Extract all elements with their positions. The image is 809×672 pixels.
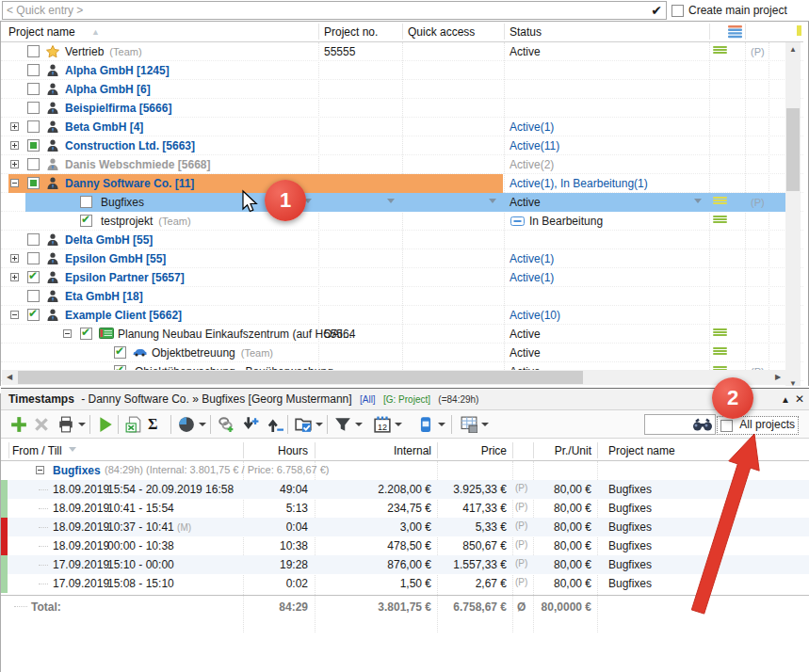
collapse-group-icon[interactable] (36, 466, 44, 474)
column-header-project-name[interactable]: Project name (8, 25, 75, 39)
pie-menu-caret-icon[interactable] (199, 423, 206, 426)
delete-icon[interactable] (33, 416, 50, 433)
search-input[interactable] (644, 414, 716, 435)
scroll-right-icon[interactable]: ▶ (770, 370, 785, 385)
table-row[interactable]: Danny Software Co. [11]Active(1), In Bea… (1, 174, 803, 193)
scroll-up-icon[interactable]: ▲ (785, 42, 801, 56)
all-projects-checkbox-box[interactable] (720, 420, 733, 432)
expand-toggle[interactable] (10, 141, 19, 150)
column-header-project-name[interactable]: Project name (608, 444, 675, 457)
expand-toggle[interactable] (10, 179, 19, 187)
collapse-panel-icon[interactable]: ▲ (779, 389, 792, 410)
filter-menu-caret-icon[interactable] (355, 423, 363, 426)
device-icon[interactable] (417, 416, 434, 433)
confirm-check-icon[interactable]: ✔ (651, 3, 662, 18)
column-header-internal[interactable]: Internal (394, 444, 431, 457)
row-checkbox[interactable] (27, 45, 40, 57)
row-checkbox[interactable] (27, 271, 40, 283)
move-down-add-icon[interactable] (242, 416, 259, 433)
play-icon[interactable] (97, 416, 114, 433)
table-row[interactable]: Danis Webschmiede [5668]Active(2) (1, 155, 803, 174)
row-checkbox[interactable] (27, 252, 40, 264)
table-row[interactable]: Delta GmbH [55] (1, 231, 803, 249)
column-header-project-no[interactable]: Project no. (324, 25, 378, 39)
timestamp-row[interactable]: 17.09.201915:10 - 00:0019:28876,00 €1.55… (1, 555, 809, 574)
cell-dropdown-icon[interactable] (489, 199, 496, 203)
pie-chart-icon[interactable] (178, 416, 195, 433)
timestamp-row[interactable]: 18.09.201900:00 - 10:3810:38478,50 €850,… (1, 536, 809, 555)
expand-toggle[interactable] (10, 160, 19, 168)
excel-export-icon[interactable] (125, 416, 142, 433)
group-row[interactable]: Bugfixes (84:29h) (Internal: 3.801,75 € … (1, 461, 809, 480)
add-icon[interactable] (10, 416, 27, 433)
calendar-menu-caret-icon[interactable] (395, 423, 402, 426)
row-checkbox[interactable] (27, 233, 40, 246)
quick-entry-input[interactable]: < Quick entry > ✔ (2, 1, 667, 20)
table-row[interactable]: testprojekt(Team)In Bearbeitung (1, 212, 803, 231)
link-add-icon[interactable] (218, 416, 235, 433)
all-projects-checkbox[interactable]: All projects (717, 416, 799, 435)
row-checkbox[interactable] (114, 346, 126, 359)
scroll-left-icon[interactable]: ◀ (2, 370, 17, 385)
table-row[interactable]: Epsilon Partner [5657]Active(1) (1, 268, 803, 287)
row-checkbox[interactable] (80, 328, 92, 340)
table-row[interactable]: Beta GmbH [4]Active(1) (1, 118, 803, 136)
table-row[interactable]: Alpha GmbH [1245] (1, 61, 803, 80)
table-row[interactable]: Epsilon GmbH [55]Active(1) (1, 249, 803, 268)
column-header-status[interactable]: Status (510, 25, 542, 39)
column-header-pr-unit[interactable]: Pr./Unit (555, 444, 591, 457)
timestamp-row[interactable]: 18.09.201915:54 - 20.09.2019 16:5849:042… (1, 480, 809, 499)
calendar-icon[interactable]: 12 (374, 416, 391, 433)
row-checkbox[interactable] (27, 177, 40, 189)
table-menu-caret-icon[interactable] (481, 423, 489, 426)
table-row[interactable]: BugfixesActive(P) (1, 193, 803, 212)
vertical-scrollbar[interactable]: ▲ ▼ (785, 42, 801, 391)
column-header-quick-access[interactable]: Quick access (408, 25, 475, 39)
row-checkbox[interactable] (27, 120, 40, 133)
horizontal-scrollbar-thumb[interactable] (18, 371, 583, 384)
column-header-price[interactable]: Price (481, 444, 507, 457)
device-menu-caret-icon[interactable] (438, 423, 445, 426)
sum-icon[interactable]: Σ (148, 416, 165, 433)
table-row[interactable]: Example Client [5662]Active(10) (1, 306, 803, 325)
cell-dropdown-icon[interactable] (694, 199, 702, 203)
filter-icon[interactable] (334, 416, 351, 433)
row-checkbox[interactable] (27, 83, 40, 95)
table-row[interactable]: Construction Ltd. [5663]Active(11) (1, 136, 803, 155)
row-checkbox[interactable] (27, 64, 40, 76)
expand-toggle[interactable] (63, 329, 72, 338)
table-row[interactable]: Vertrieb(Team)55555Active(P) (1, 42, 803, 61)
row-checkbox[interactable] (27, 102, 40, 114)
vertical-scrollbar-thumb[interactable] (786, 108, 800, 191)
folder-menu-caret-icon[interactable] (316, 423, 323, 426)
close-panel-icon[interactable]: ✕ (793, 389, 806, 410)
timestamp-row[interactable]: 17.09.201915:08 - 15:100:021,50 €2,67 €(… (1, 574, 809, 593)
row-checkbox[interactable] (27, 290, 40, 302)
timestamp-row[interactable]: 18.09.201910:37 - 10:41 (M)0:043,00 €5,3… (1, 518, 809, 536)
table-row[interactable]: Planung Neubau Einkaufszentrum (auf HOAI… (1, 325, 803, 344)
table-row[interactable]: Objektbetreuung(Team)Active (1, 344, 803, 362)
row-checkbox[interactable] (80, 196, 92, 208)
timestamp-row[interactable]: 18.09.201910:41 - 15:545:13234,75 €417,3… (1, 499, 809, 518)
expand-toggle[interactable] (10, 254, 19, 263)
folder-check-icon[interactable] (295, 416, 312, 433)
print-icon[interactable] (57, 416, 74, 433)
horizontal-scrollbar[interactable]: ◀ ▶ (2, 370, 785, 385)
row-checkbox[interactable] (80, 215, 92, 227)
table-save-icon[interactable] (461, 416, 477, 433)
row-checkbox[interactable] (27, 158, 40, 170)
print-menu-caret-icon[interactable] (78, 423, 86, 426)
cell-dropdown-icon[interactable] (387, 199, 395, 203)
expand-toggle[interactable] (10, 311, 19, 319)
move-up-remove-icon[interactable] (267, 416, 283, 433)
column-header-hours[interactable]: Hours (278, 444, 308, 457)
column-header-from-till[interactable]: From / Till (12, 444, 62, 457)
row-checkbox[interactable] (27, 139, 40, 152)
table-row[interactable]: Eta GmbH [18] (1, 287, 803, 306)
row-checkbox[interactable] (27, 309, 40, 321)
table-row[interactable]: Beispielfirma [5666] (1, 99, 803, 118)
expand-toggle[interactable] (10, 122, 19, 131)
status-columns-icon[interactable] (728, 25, 742, 39)
table-row[interactable]: Alpha GmbH [6] (1, 80, 803, 99)
create-main-project-checkbox[interactable] (671, 5, 684, 17)
